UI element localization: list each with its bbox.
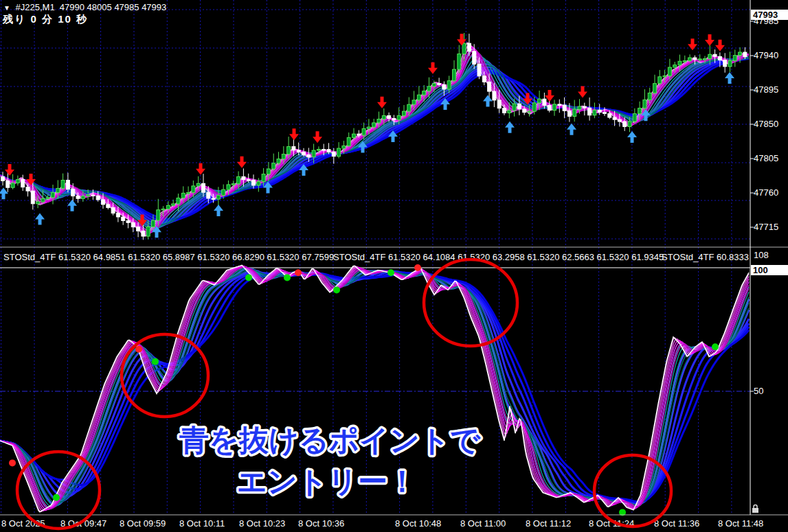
- red-signal-dot: [135, 346, 142, 353]
- green-signal-dot: [333, 286, 340, 293]
- sell-arrow-icon: [688, 38, 697, 50]
- green-signal-dot: [387, 269, 394, 276]
- buy-arrow-icon: [725, 72, 734, 84]
- symbol-ohlc-line: ▼ #J225,M1 47990 48005 47985 47993: [3, 2, 166, 12]
- time-axis-label: 8 Oct 09:59: [120, 518, 166, 529]
- price-tick-label: 47715: [754, 222, 778, 232]
- time-axis-label: 8 Oct 2025: [1, 518, 45, 529]
- current-indicator-box: 100: [751, 265, 788, 275]
- chart-canvas[interactable]: [0, 0, 788, 532]
- price-tick-label: 47985: [754, 16, 778, 26]
- buy-arrow-icon: [627, 131, 637, 143]
- indicator-tick-label: 50: [754, 386, 763, 396]
- candle-timer: 残り 0 分 10 秒: [3, 13, 88, 26]
- sell-arrow-icon: [313, 131, 322, 143]
- ohlc-values: 47990 48005 47985 47993: [60, 2, 166, 12]
- sell-arrow-icon: [715, 40, 725, 51]
- symbol-label[interactable]: #J225,M1: [16, 2, 55, 12]
- time-axis-label: 8 Oct 11:48: [718, 518, 763, 529]
- green-signal-dot: [712, 343, 719, 350]
- buy-arrow-icon: [567, 124, 576, 135]
- price-tick-label: 47805: [754, 153, 778, 163]
- indicator-strip-label: STOStd_4TF 61.5320 64.1084 61.5320 63.29…: [333, 252, 664, 262]
- sell-arrow-icon: [5, 164, 14, 176]
- time-axis-label: 8 Oct 11:24: [589, 518, 634, 529]
- red-signal-dot: [9, 459, 16, 466]
- time-axis-label: 8 Oct 11:00: [460, 518, 506, 529]
- mt4-chart-window: ▼ #J225,M1 47990 48005 47985 47993 残り 0 …: [0, 0, 788, 532]
- indicator-scale-max: 108: [754, 250, 769, 260]
- buy-arrow-icon: [505, 122, 515, 133]
- scale-lock-icon[interactable]: [752, 505, 758, 513]
- sell-arrow-icon: [578, 86, 587, 97]
- price-tick-label: 47850: [754, 119, 778, 129]
- green-signal-dot: [53, 494, 60, 501]
- time-axis-label: 8 Oct 11:36: [654, 518, 699, 529]
- buy-arrow-icon: [483, 95, 493, 106]
- sell-arrow-icon: [196, 163, 205, 175]
- time-axis-label: 8 Oct 09:47: [60, 518, 106, 529]
- time-axis-label: 8 Oct 10:48: [395, 518, 441, 529]
- price-tick-label: 47895: [754, 84, 778, 95]
- green-signal-dot: [284, 274, 291, 281]
- green-signal-dot: [245, 274, 252, 281]
- red-signal-dot: [414, 264, 421, 271]
- time-axis-label: 8 Oct 10:36: [298, 518, 344, 529]
- buy-arrow-icon: [35, 213, 45, 225]
- time-axis-label: 8 Oct 11:12: [526, 518, 571, 529]
- chevron-down-icon[interactable]: ▼: [3, 4, 10, 12]
- buy-arrow-icon: [67, 200, 77, 211]
- green-signal-dot: [152, 358, 159, 365]
- price-tick-label: 47760: [754, 187, 778, 198]
- sell-arrow-icon: [377, 97, 387, 108]
- indicator-strip-label: STOStd_4TF 61.5320 64.9851 61.5320 65.89…: [3, 252, 334, 262]
- time-axis-label: 8 Oct 10:11: [179, 518, 225, 529]
- sell-arrow-icon: [705, 34, 714, 46]
- time-axis-label: 8 Oct 10:23: [239, 518, 285, 529]
- price-tick-label: 47940: [754, 50, 778, 60]
- sell-arrow-icon: [289, 128, 299, 140]
- sell-arrow-icon: [237, 157, 247, 168]
- indicator-strip-label: STOStd_4TF 60.8333: [662, 252, 749, 262]
- buy-arrow-icon: [214, 205, 223, 216]
- red-signal-dot: [295, 269, 302, 276]
- sell-arrow-icon: [428, 62, 438, 74]
